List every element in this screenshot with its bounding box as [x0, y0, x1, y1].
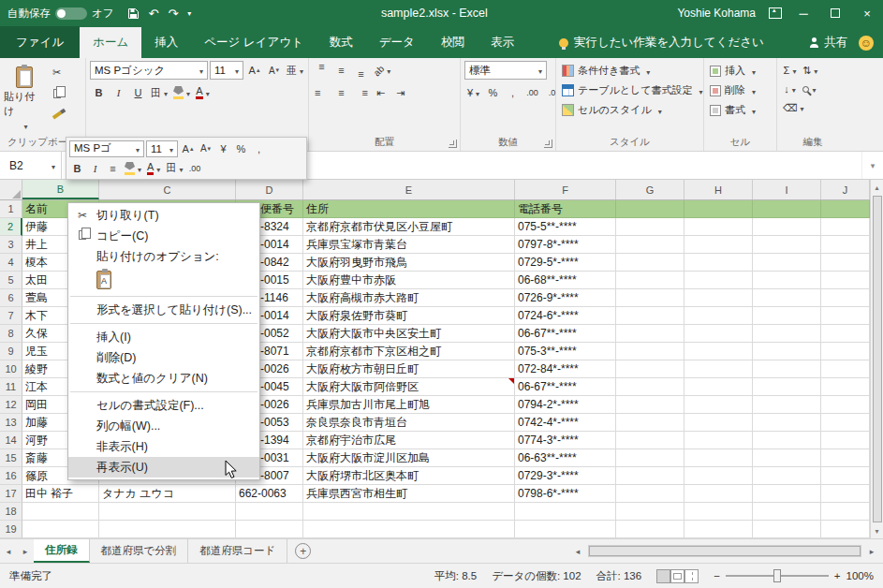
conditional-formatting-button[interactable]: 条件付き書式 [560, 61, 705, 81]
font-name-select[interactable]: MS Pゴシック [90, 61, 208, 80]
autosave-toggle[interactable]: 自動保存 オフ [7, 7, 114, 21]
cell-H16[interactable] [684, 467, 753, 485]
normal-view-icon[interactable] [656, 569, 670, 583]
cell-E4[interactable]: 大阪府羽曳野市飛鳥 [303, 254, 515, 272]
cell-J13[interactable] [821, 414, 870, 432]
row-header-3[interactable]: 3 [0, 236, 22, 254]
align-right-icon[interactable]: ≡ [352, 83, 370, 102]
align-middle-icon[interactable]: ≡ [332, 61, 350, 80]
cell-H3[interactable] [684, 236, 753, 254]
cell-G3[interactable] [616, 236, 684, 254]
column-header-E[interactable]: E [303, 180, 515, 199]
menu-item-insert[interactable]: 挿入(I) [68, 327, 259, 347]
find-select-button[interactable] [801, 80, 818, 98]
cell-G14[interactable] [616, 432, 684, 449]
undo-icon[interactable]: ↶ [149, 7, 159, 21]
cell-I15[interactable] [753, 449, 821, 467]
maximize-button[interactable] [819, 0, 851, 26]
cell-C17[interactable]: タナカ ユウコ [99, 485, 236, 503]
column-header-D[interactable]: D [236, 180, 303, 199]
cell-J8[interactable] [821, 325, 870, 343]
format-painter-icon[interactable] [48, 106, 66, 125]
cell-J2[interactable] [821, 218, 870, 236]
cell-G18[interactable] [616, 503, 684, 521]
page-break-view-icon[interactable] [684, 569, 699, 583]
cell-G13[interactable] [616, 414, 684, 432]
mini-font-size-select[interactable]: 11 [146, 140, 178, 157]
cell-J11[interactable] [821, 378, 870, 396]
cell-I9[interactable] [753, 343, 821, 360]
decrease-indent-icon[interactable]: ⇤ [372, 83, 390, 102]
column-header-C[interactable]: C [99, 180, 236, 199]
align-center-icon[interactable]: ≡ [332, 83, 350, 102]
cell-I13[interactable] [753, 414, 821, 432]
autosave-switch-icon[interactable] [55, 7, 87, 20]
percent-format-button[interactable]: % [484, 83, 502, 102]
minimize-button[interactable]: ─ [787, 0, 819, 26]
mini-italic-button[interactable]: I [87, 160, 103, 177]
cell-I7[interactable] [753, 307, 821, 325]
phonetic-guide-button[interactable]: 亜 [285, 61, 305, 80]
hscroll-left-icon[interactable]: ◂ [569, 547, 586, 556]
mini-grow-font-button[interactable]: A▴ [180, 140, 196, 157]
cell-F10[interactable]: 072-84*-**** [515, 360, 616, 378]
cell-I18[interactable] [753, 503, 821, 521]
cell-E10[interactable]: 大阪府枚方市朝日丘町 [303, 360, 515, 378]
cell-E13[interactable]: 奈良県奈良市青垣台 [303, 414, 515, 432]
cell-E9[interactable]: 京都府京都市下京区相之町 [303, 343, 515, 360]
cell-E6[interactable]: 大阪府高槻市赤大路町 [303, 289, 515, 307]
cell-E16[interactable]: 大阪府堺市北区奥本町 [303, 467, 515, 485]
cell-I17[interactable] [753, 485, 821, 503]
cell-J7[interactable] [821, 307, 870, 325]
menu-item-cut[interactable]: ✂切り取り(T) [68, 205, 259, 226]
cell-E15[interactable]: 大阪府大阪市淀川区加島 [303, 449, 515, 467]
sheet-tab-0[interactable]: 住所録 [34, 539, 90, 563]
cell-F13[interactable]: 0742-4*-**** [515, 414, 616, 432]
currency-format-button[interactable]: ¥ [464, 83, 482, 102]
cell-H15[interactable] [684, 449, 753, 467]
cell-G5[interactable] [616, 272, 684, 289]
row-header-4[interactable]: 4 [0, 254, 22, 272]
column-header-I[interactable]: I [753, 180, 821, 199]
menu-item-delete[interactable]: 削除(D) [68, 347, 259, 368]
cell-styles-button[interactable]: セルのスタイル [560, 100, 705, 120]
cell-F4[interactable]: 0729-5*-**** [515, 254, 616, 272]
cell-J3[interactable] [821, 236, 870, 254]
cell-I8[interactable] [753, 325, 821, 343]
cell-J6[interactable] [821, 289, 870, 307]
cell-G15[interactable] [616, 449, 684, 467]
grow-font-button[interactable]: A▴ [245, 61, 263, 80]
new-sheet-button[interactable]: + [295, 543, 311, 559]
cell-E8[interactable]: 大阪府大阪市中央区安土町 [303, 325, 515, 343]
horizontal-scrollbar[interactable]: ◂ ▸ [569, 539, 883, 563]
sheet-nav-right-icon[interactable]: ▸ [17, 539, 34, 563]
comma-format-button[interactable]: , [504, 83, 522, 102]
cell-J9[interactable] [821, 343, 870, 360]
underline-button[interactable]: U [129, 83, 147, 102]
insert-cells-button[interactable]: 挿入 [708, 61, 758, 81]
cell-H6[interactable] [684, 289, 753, 307]
cell-G10[interactable] [616, 360, 684, 378]
ribbon-tab-6[interactable]: 表示 [478, 27, 527, 58]
cell-I10[interactable] [753, 360, 821, 378]
row-header-17[interactable]: 17 [0, 485, 22, 503]
row-header-10[interactable]: 10 [0, 360, 22, 378]
font-size-select[interactable]: 11 [210, 61, 243, 80]
align-left-icon[interactable]: ≡ [313, 83, 331, 102]
ribbon-tab-0[interactable]: ホーム [80, 27, 141, 58]
cell-G9[interactable] [616, 343, 684, 360]
name-box-dropdown-icon[interactable] [49, 159, 55, 172]
cell-F7[interactable]: 0724-6*-**** [515, 307, 616, 325]
column-header-J[interactable]: J [821, 180, 870, 199]
cell-I3[interactable] [753, 236, 821, 254]
delete-cells-button[interactable]: 削除 [708, 81, 758, 100]
cell-H13[interactable] [684, 414, 753, 432]
redo-icon[interactable]: ↷ [168, 7, 178, 21]
ribbon-tab-1[interactable]: 挿入 [141, 27, 191, 58]
tell-me-box[interactable]: 実行したい作業を入力してください [559, 35, 764, 58]
cell-G17[interactable] [616, 485, 684, 503]
format-as-table-button[interactable]: テーブルとして書式設定 [560, 81, 705, 100]
row-header-13[interactable]: 13 [0, 414, 22, 432]
cell-F12[interactable]: 0794-2*-**** [515, 396, 616, 414]
cell-G7[interactable] [616, 307, 684, 325]
